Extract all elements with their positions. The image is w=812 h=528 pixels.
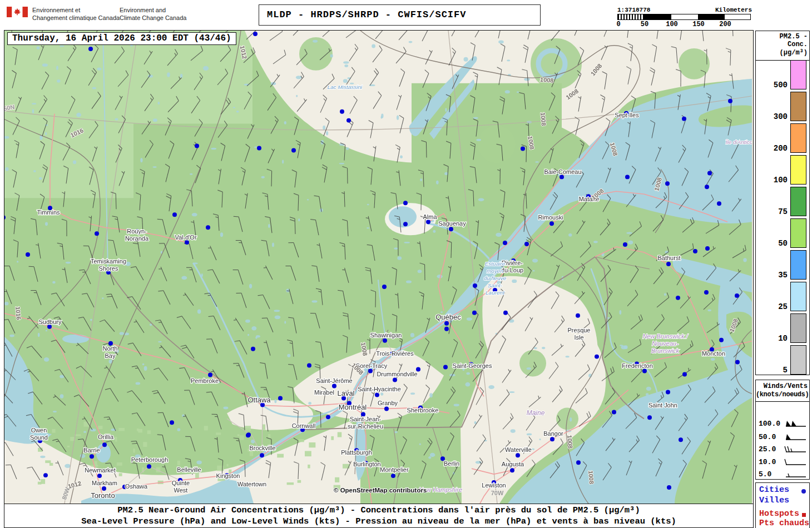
city-label: Sudbury [39, 318, 62, 325]
city-dot [707, 171, 712, 175]
wind-legend-row-100.0: 100.0 [756, 419, 809, 429]
city-label: Saint-Georges [453, 362, 492, 369]
city-dot [170, 420, 174, 425]
pm25-swatch-200 [790, 123, 806, 153]
city-dot [642, 369, 647, 373]
city-label: Trois-Rivières [376, 350, 414, 357]
pm25-swatch-label: 300 [756, 112, 788, 121]
pm25-swatch-label: 100 [756, 176, 788, 185]
product-title: MLDP - HRDPS/SHRPD - CWFIS/SCIFV [259, 5, 540, 25]
city-label: Shawinigan [370, 332, 402, 338]
city-label: Ottawa [247, 396, 271, 404]
city-dot [172, 212, 177, 217]
org-name-english: Environment andClimate Change Canada [120, 6, 186, 22]
city-label: Montpelier [380, 466, 409, 473]
wind-barb-icon [784, 432, 808, 441]
city-dot [560, 175, 564, 179]
isobar-label: 1008 [587, 470, 595, 484]
city-dot [682, 372, 687, 377]
winds-legend-title: Winds/Vents [756, 380, 809, 390]
city-label: Belleville [177, 466, 201, 473]
pm25-swatch-label: 25 [756, 302, 788, 311]
city-dot [735, 360, 740, 365]
city-dot [260, 453, 264, 457]
city-dot-symbol [801, 489, 806, 494]
city-dot [368, 369, 373, 373]
city-label: Watertown [237, 481, 266, 487]
pm25-swatch-10 [790, 313, 806, 343]
hotspots-label-en: Hotspots [759, 509, 799, 519]
city-dot [576, 313, 580, 318]
city-dot [444, 321, 449, 326]
cities-label-en: Cities [759, 485, 789, 495]
map-canvas[interactable]: TimminsRouyn-NorandaVal-d'OrTemiskamingS… [4, 31, 752, 504]
wind-speed-label: 10.0 [759, 458, 776, 466]
city-label: Montréal [339, 403, 367, 411]
city-label: Saint-Jérôme [316, 377, 352, 384]
wind-barb-icon [784, 445, 808, 454]
city-dot [623, 242, 627, 247]
cities-label-fr: Villes [759, 496, 789, 505]
city-label: Fredericton [622, 362, 653, 369]
city-label: Baie-Comeau [544, 168, 581, 175]
winds-legend: Winds/Vents (knots/noeuds) 100.050.025.0… [755, 380, 810, 480]
city-dot [549, 221, 554, 226]
legend-divider [756, 401, 809, 402]
city-label: Lewiston [482, 482, 506, 489]
city-dot [382, 285, 387, 289]
pm25-swatch-35 [790, 250, 806, 280]
city-label: Saint-Jean- [350, 416, 382, 422]
city-label: Isle [574, 334, 583, 341]
caption-line1: PM2.5 Near-Ground Air Concentrations (µg… [4, 505, 753, 516]
isobar-label: 1008 [566, 435, 574, 449]
city-dot [403, 201, 408, 205]
city-label: Mirabel [314, 389, 334, 396]
pm25-swatch-label: 200 [756, 144, 788, 153]
city-dot [693, 249, 697, 253]
city-dot [625, 175, 630, 179]
city-dot [719, 338, 724, 342]
scale-ratio: 1:3718778 [617, 7, 650, 13]
isobar-label: 1016 [14, 306, 22, 320]
scale-segment [725, 14, 749, 19]
city-dot [195, 144, 199, 148]
city-label: Timmins [37, 209, 60, 216]
city-dot [384, 406, 389, 411]
city-label: Pembroke [191, 377, 219, 384]
city-dot [26, 252, 30, 257]
city-label: sur-Richelieu [348, 423, 383, 430]
region-label: Maine [527, 409, 545, 417]
city-label: Québec [435, 313, 461, 321]
city-dot [666, 262, 671, 266]
pm25-swatch-label: 50 [756, 239, 788, 248]
city-dot [253, 32, 258, 36]
pm25-swatch-label: 10 [756, 334, 788, 343]
city-dot [682, 117, 686, 121]
city-label: Owen [31, 427, 47, 434]
city-label: North [103, 345, 118, 352]
pm25-legend: PM2.5 - Conc. (µg/m³) 500300200100755035… [755, 31, 810, 375]
city-label: Burlington [353, 461, 380, 467]
graticule-label: 70W [491, 490, 504, 496]
pm25-swatch-25 [790, 282, 806, 311]
city-label: West [174, 487, 188, 494]
city-dot [340, 109, 344, 114]
city-dot [403, 222, 408, 226]
city-dot [444, 327, 449, 331]
city-label: Saint-Hyacinthe [358, 386, 401, 392]
water-label: Estuaire [485, 261, 506, 267]
wind-speed-label: 25.0 [759, 445, 776, 454]
city-dot [516, 453, 520, 457]
wind-barb-icon [784, 457, 808, 466]
scale-segment [618, 14, 644, 19]
city-label: Drummondville [377, 371, 417, 377]
city-dot [426, 220, 430, 224]
city-dot [443, 365, 448, 370]
hotspot-square-symbol [802, 513, 806, 517]
water-label: Saint- [488, 282, 503, 288]
city-dot [88, 47, 93, 51]
wind-legend-row-10.0: 10.0 [756, 457, 809, 467]
pm25-legend-units: (µg/m³) [756, 48, 809, 57]
pm25-swatch-500 [790, 60, 806, 89]
scale-tick: 150 [692, 21, 705, 28]
